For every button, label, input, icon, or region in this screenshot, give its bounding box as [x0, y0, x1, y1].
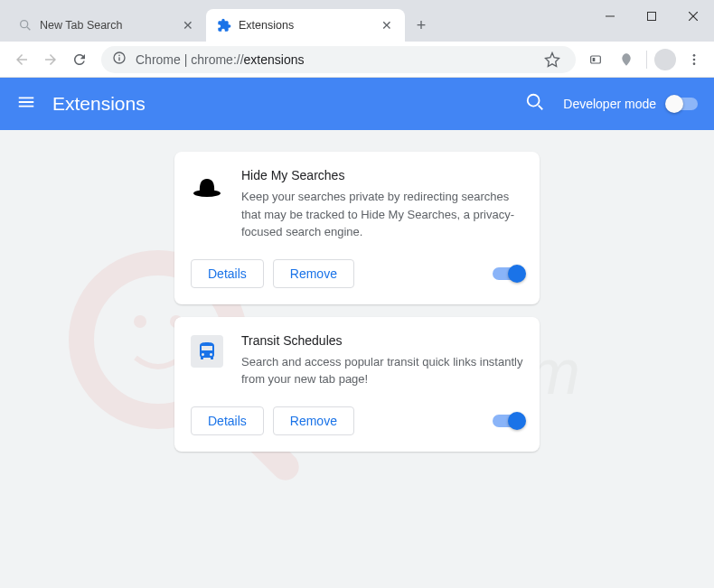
menu-icon[interactable] [16, 92, 36, 116]
enable-toggle[interactable] [493, 415, 523, 427]
tab-title: Extensions [239, 19, 380, 32]
star-icon[interactable] [540, 47, 565, 72]
address-bar[interactable]: Chrome | chrome://extensions [101, 46, 576, 73]
svg-point-14 [528, 95, 540, 107]
tab-title: New Tab Search [40, 19, 181, 32]
remove-button[interactable]: Remove [273, 259, 354, 288]
url-text: Chrome | chrome://extensions [136, 52, 305, 67]
site-info-icon[interactable] [112, 51, 127, 69]
svg-rect-8 [118, 57, 119, 61]
back-button[interactable] [9, 47, 34, 72]
close-window-button[interactable] [672, 0, 714, 33]
svg-line-5 [27, 27, 30, 30]
svg-point-7 [118, 54, 120, 56]
extension-card: Hide My Searches Keep your searches priv… [174, 152, 540, 304]
extension-description: Search and access popular transit quick … [241, 353, 523, 388]
svg-point-18 [134, 315, 146, 328]
svg-line-15 [539, 106, 543, 110]
hat-icon [191, 170, 223, 202]
separator [646, 51, 647, 69]
browser-toolbar: Chrome | chrome://extensions [0, 42, 714, 78]
search-icon[interactable] [525, 92, 545, 116]
toolbar-actions [583, 47, 707, 72]
svg-point-11 [693, 54, 696, 57]
extension-description: Keep your searches private by redirectin… [241, 188, 523, 241]
extension-name: Transit Schedules [241, 333, 523, 348]
maximize-button[interactable] [631, 0, 672, 33]
tab-extensions[interactable]: Extensions ✕ [206, 9, 405, 42]
menu-icon[interactable] [681, 47, 707, 72]
minimize-button[interactable] [589, 0, 631, 33]
tab-new-tab-search[interactable]: New Tab Search ✕ [7, 9, 206, 42]
page-title: Extensions [52, 93, 525, 115]
extension-action-icon[interactable] [583, 47, 608, 72]
close-icon[interactable]: ✕ [380, 18, 394, 33]
developer-mode-label: Developer mode [563, 97, 656, 111]
extension-action-icon[interactable] [614, 47, 639, 72]
forward-button[interactable] [38, 47, 63, 72]
profile-avatar[interactable] [654, 49, 676, 70]
window-controls [589, 0, 714, 33]
details-button[interactable]: Details [191, 259, 264, 288]
details-button[interactable]: Details [191, 406, 264, 435]
bus-icon [191, 335, 223, 368]
extensions-content: risk .com Hide My Searches Keep your sea… [0, 130, 714, 588]
extension-name: Hide My Searches [241, 168, 523, 182]
svg-point-4 [21, 21, 28, 28]
developer-mode-toggle[interactable] [667, 98, 698, 110]
svg-rect-1 [648, 13, 656, 21]
remove-button[interactable]: Remove [273, 406, 354, 435]
reload-button[interactable] [67, 47, 92, 72]
extensions-header: Extensions Developer mode [0, 78, 714, 130]
new-tab-button[interactable]: + [409, 13, 434, 38]
svg-rect-10 [593, 58, 596, 61]
enable-toggle[interactable] [493, 267, 523, 280]
extension-card: Transit Schedules Search and access popu… [174, 317, 540, 452]
close-icon[interactable]: ✕ [181, 18, 195, 33]
svg-point-13 [693, 62, 696, 65]
extension-icon [217, 18, 231, 33]
search-icon [18, 18, 33, 33]
svg-point-12 [693, 58, 696, 61]
svg-rect-9 [591, 56, 601, 63]
